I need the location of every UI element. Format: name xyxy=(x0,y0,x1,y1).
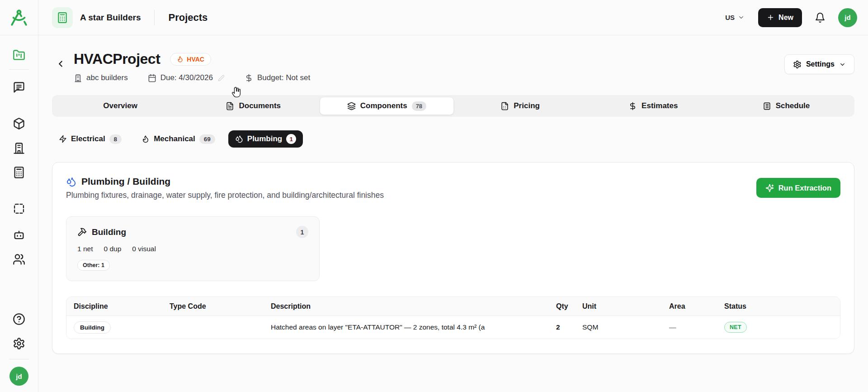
project-tabs: Overview Documents Components 78 xyxy=(52,95,854,117)
subtab-electrical[interactable]: Electrical 8 xyxy=(52,131,128,148)
col-status: Status xyxy=(724,302,833,311)
sidebar-item-projects[interactable] xyxy=(13,49,25,62)
col-area: Area xyxy=(669,302,724,311)
dollar-icon xyxy=(628,102,637,110)
flame-icon xyxy=(142,135,150,143)
subtab-count-badge: 69 xyxy=(199,134,215,144)
cell-description: Hatched areas on layer "ETA-ATTAUTOR" — … xyxy=(271,323,556,331)
folder-kanban-icon xyxy=(13,49,25,62)
help-circle-icon xyxy=(13,313,25,325)
building-icon xyxy=(13,142,25,154)
panel-subtitle: Plumbing fixtures, drainage, water suppl… xyxy=(66,191,384,200)
calculator-icon xyxy=(13,166,25,179)
droplets-icon xyxy=(66,177,76,187)
due-date-label: Due: 4/30/2026 xyxy=(160,73,213,82)
discipline-filter-tabs: Electrical 8 Mechanical 69 Plumbing 1 xyxy=(52,130,854,148)
cell-qty: 2 xyxy=(556,323,582,331)
sidebar-item-company[interactable] xyxy=(13,142,25,154)
tab-documents[interactable]: Documents xyxy=(187,97,320,115)
sidebar-divider xyxy=(9,69,29,70)
col-description: Description xyxy=(271,302,556,311)
panel-title: Plumbing / Building xyxy=(81,176,170,187)
chevron-down-icon xyxy=(839,61,846,68)
sidebar-divider xyxy=(9,359,29,359)
group-stat-dup: 0 dup xyxy=(104,245,121,253)
col-discipline: Discipline xyxy=(74,302,170,311)
sidebar-item-assistant[interactable] xyxy=(13,229,25,241)
project-type-badge: HVAC xyxy=(170,53,211,66)
tab-label: Components xyxy=(360,101,407,110)
droplets-icon xyxy=(235,135,243,143)
sidebar-item-messages[interactable] xyxy=(13,81,25,94)
tab-label: Schedule xyxy=(776,101,810,110)
settings-label: Settings xyxy=(806,60,835,68)
tab-label: Estimates xyxy=(642,101,678,110)
edit-pencil-icon[interactable] xyxy=(218,75,225,81)
project-company: abc builders xyxy=(74,73,128,82)
cell-area: — xyxy=(669,323,724,331)
tab-pricing[interactable]: Pricing xyxy=(454,97,587,115)
org-switcher[interactable]: A star Builders xyxy=(52,7,141,28)
col-type-code: Type Code xyxy=(170,302,271,311)
sidebar-user-avatar[interactable]: jd xyxy=(9,367,28,386)
plumbing-panel: Plumbing / Building Plumbing fixtures, d… xyxy=(52,162,854,354)
subtab-plumbing[interactable]: Plumbing 1 xyxy=(228,130,303,148)
page-title: Projects xyxy=(168,12,208,24)
cell-unit: SQM xyxy=(582,323,669,331)
users-icon xyxy=(13,253,25,266)
chevron-left-icon xyxy=(56,59,66,69)
sidebar-item-scan[interactable] xyxy=(13,202,25,215)
message-square-icon xyxy=(13,81,25,94)
tab-schedule[interactable]: Schedule xyxy=(720,97,853,115)
bot-icon xyxy=(13,229,25,241)
tab-estimates[interactable]: Estimates xyxy=(587,97,720,115)
back-button[interactable] xyxy=(54,57,67,71)
sidebar-item-settings[interactable] xyxy=(13,337,25,350)
building-group-card[interactable]: Building 1 1 net 0 dup 0 visual Other: 1 xyxy=(66,216,320,281)
tab-overview[interactable]: Overview xyxy=(54,97,187,115)
subtab-count-badge: 8 xyxy=(109,134,122,144)
org-name: A star Builders xyxy=(80,13,141,23)
tab-components[interactable]: Components 78 xyxy=(320,97,453,115)
user-avatar[interactable]: jd xyxy=(838,8,857,27)
group-other-pill: Other: 1 xyxy=(77,260,110,271)
notifications-bell-icon[interactable] xyxy=(815,12,826,23)
subtab-label: Mechanical xyxy=(154,134,195,143)
new-button-label: New xyxy=(778,14,793,22)
subtab-mechanical[interactable]: Mechanical 69 xyxy=(135,131,222,148)
sidebar-item-models[interactable] xyxy=(13,117,25,130)
project-type-label: HVAC xyxy=(187,56,204,63)
table-header: Discipline Type Code Description Qty Uni… xyxy=(66,297,840,316)
group-stat-net: 1 net xyxy=(77,245,93,253)
project-due-date[interactable]: Due: 4/30/2026 xyxy=(148,73,225,82)
main-content: HVACProject HVAC xyxy=(38,35,868,392)
col-qty: Qty xyxy=(556,302,582,311)
subtab-label: Electrical xyxy=(71,134,105,143)
zap-icon xyxy=(59,135,67,143)
gear-icon xyxy=(793,60,802,69)
calendar-icon xyxy=(148,74,156,82)
new-button[interactable]: New xyxy=(758,8,802,27)
project-budget[interactable]: Budget: Not set xyxy=(245,73,310,82)
layers-icon xyxy=(347,102,356,110)
hammer-icon xyxy=(77,227,87,237)
group-count-badge: 1 xyxy=(296,226,308,238)
tab-count-badge: 78 xyxy=(412,101,426,111)
sidebar-item-takeoff-calculator[interactable] xyxy=(13,166,25,179)
chevron-down-icon xyxy=(738,14,745,21)
tab-label: Documents xyxy=(239,101,281,110)
sidebar-item-help[interactable] xyxy=(13,313,25,325)
run-extraction-button[interactable]: Run Extraction xyxy=(756,178,840,198)
subtab-label: Plumbing xyxy=(247,134,282,143)
cube-icon xyxy=(13,117,25,130)
sidebar-item-team[interactable] xyxy=(13,253,25,266)
flame-icon xyxy=(177,56,184,62)
calculator-icon xyxy=(52,7,73,28)
project-settings-button[interactable]: Settings xyxy=(784,54,854,74)
table-row[interactable]: Building Hatched areas on layer "ETA-ATT… xyxy=(66,316,840,339)
region-selector[interactable]: US xyxy=(725,14,745,21)
company-name: abc builders xyxy=(86,73,128,82)
app-logo[interactable] xyxy=(0,0,38,35)
sparkles-icon xyxy=(765,184,774,192)
schedule-list-icon xyxy=(763,102,771,110)
